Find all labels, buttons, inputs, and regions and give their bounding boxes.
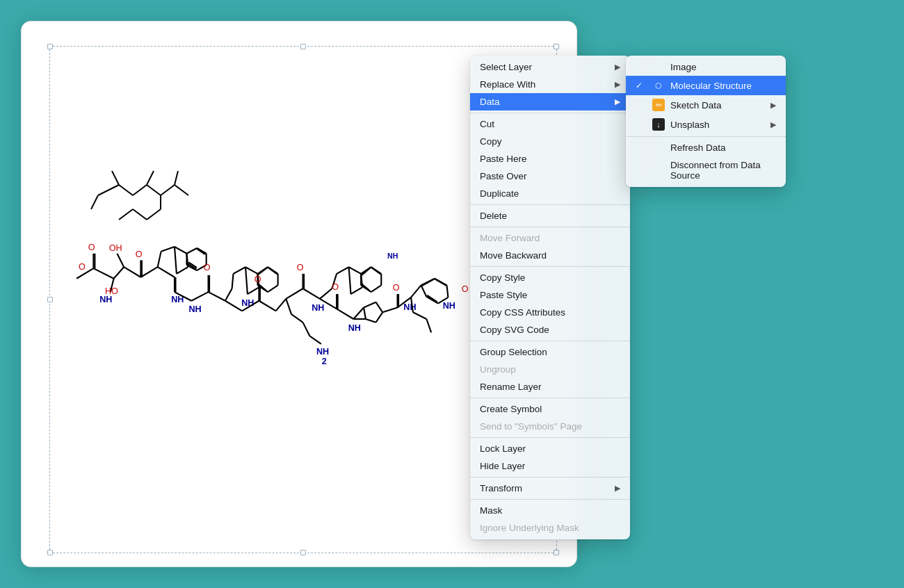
menu-item-label: Move Forward	[480, 233, 540, 243]
svg-line-56	[209, 292, 225, 301]
svg-text:O: O	[332, 282, 339, 292]
menu-item-label: Select Layer	[480, 62, 532, 72]
svg-line-59	[234, 267, 245, 274]
menu-item-paste-style[interactable]: Paste Style	[470, 286, 630, 304]
submenu-item-label: Molecular Structure	[670, 81, 776, 91]
menu-item-label: Send to "Symbols" Page	[480, 421, 582, 432]
menu-separator	[470, 227, 630, 227]
menu-item-ignore-mask: Ignore Underlying Mask	[470, 519, 630, 537]
svg-line-103	[371, 285, 382, 292]
menu-item-create-symbol[interactable]: Create Symbol	[470, 400, 630, 418]
svg-line-67	[268, 285, 278, 292]
menu-item-label: Copy CSS Attributes	[480, 307, 565, 318]
menu-item-hide-layer[interactable]: Hide Layer	[470, 457, 630, 475]
menu-item-group-selection[interactable]: Group Selection	[470, 343, 630, 361]
handle-tl[interactable]	[47, 44, 53, 49]
handle-br[interactable]	[554, 550, 559, 555]
menu-separator	[470, 341, 630, 341]
menu-item-select-layer[interactable]: Select Layer▶	[470, 58, 630, 76]
svg-text:NH: NH	[443, 301, 455, 311]
menu-item-label: Mask	[480, 505, 502, 516]
handle-ml[interactable]	[47, 297, 53, 302]
menu-item-delete[interactable]: Delete	[470, 207, 630, 224]
handle-tr[interactable]	[554, 44, 559, 49]
menu-item-copy-css[interactable]: Copy CSS Attributes	[470, 304, 630, 321]
svg-text:HO: HO	[105, 286, 118, 296]
submenu-item-refresh-data[interactable]: Refresh Data	[626, 139, 786, 156]
svg-line-113	[337, 309, 353, 319]
svg-line-134	[422, 279, 434, 286]
menu-item-label: Delete	[480, 211, 507, 221]
svg-line-132	[426, 297, 438, 304]
svg-line-80	[276, 299, 286, 311]
menu-item-copy[interactable]: Copy	[470, 133, 630, 150]
molecule-svg: O O OH NH HO	[56, 56, 529, 487]
menu-item-cut[interactable]: Cut	[470, 115, 630, 133]
submenu-item-image[interactable]: Image	[626, 58, 786, 76]
svg-line-71	[268, 268, 277, 275]
menu-item-move-backward[interactable]: Move Backward	[470, 247, 630, 264]
svg-line-34	[161, 247, 175, 252]
svg-line-9	[147, 171, 154, 185]
svg-line-121	[382, 307, 397, 312]
molecule-icon: ⬡	[652, 79, 665, 92]
submenu-item-sketch-data[interactable]: ✏Sketch Data▶	[626, 95, 786, 115]
svg-line-116	[376, 302, 382, 313]
menu-item-label: Transform	[480, 483, 522, 493]
svg-line-10	[91, 195, 98, 209]
svg-line-7	[119, 209, 133, 220]
menu-item-copy-svg[interactable]: Copy SVG Code	[470, 321, 630, 338]
menu-item-label: Move Backward	[480, 250, 547, 261]
menu-item-label: Copy SVG Code	[480, 325, 549, 335]
submenu-item-disconnect[interactable]: Disconnect from Data Source	[626, 156, 786, 184]
svg-line-30	[158, 267, 175, 277]
svg-line-38	[175, 247, 177, 274]
menu-item-copy-style[interactable]: Copy Style	[470, 269, 630, 286]
svg-line-127	[411, 285, 421, 297]
menu-item-move-forward: Move Forward	[470, 229, 630, 247]
submenu-item-label: Sketch Data	[670, 100, 765, 111]
svg-line-119	[364, 307, 366, 319]
svg-line-118	[366, 319, 376, 322]
menu-item-lock-layer[interactable]: Lock Layer	[470, 440, 630, 457]
svg-line-84	[309, 336, 321, 344]
submenu-item-unsplash[interactable]: ↓Unsplash▶	[626, 115, 786, 134]
menu-item-transform[interactable]: Transform▶	[470, 480, 630, 497]
menu-item-rename-layer[interactable]: Rename Layer	[470, 378, 630, 395]
svg-line-19	[114, 267, 124, 279]
svg-text:NH: NH	[188, 304, 201, 314]
menu-item-paste-here[interactable]: Paste Here	[470, 150, 630, 168]
svg-line-11	[161, 185, 175, 195]
handle-bc[interactable]	[300, 550, 306, 555]
unsplash-icon: ↓	[652, 118, 665, 131]
handle-bl[interactable]	[47, 550, 53, 555]
svg-line-115	[364, 302, 376, 308]
svg-line-104	[361, 285, 371, 292]
submenu-arrow-icon: ▶	[770, 120, 776, 129]
menu-item-paste-over[interactable]: Paste Over	[470, 168, 630, 185]
svg-line-107	[371, 268, 381, 275]
handle-tc[interactable]	[300, 44, 306, 49]
submenu-separator	[626, 136, 786, 137]
svg-text:O: O	[204, 263, 211, 272]
svg-line-2	[133, 185, 147, 195]
submenu-item-molecular-structure[interactable]: ✓⬡Molecular Structure	[626, 76, 786, 95]
svg-line-25	[117, 254, 124, 267]
menu-item-duplicate[interactable]: Duplicate	[470, 185, 630, 202]
menu-item-data[interactable]: Data▶	[470, 93, 630, 111]
submenu-item-label: Unsplash	[670, 120, 765, 130]
svg-line-140	[413, 312, 426, 319]
svg-line-91	[303, 288, 320, 299]
svg-line-114	[353, 307, 364, 319]
menu-item-label: Paste Style	[480, 290, 527, 300]
svg-line-12	[175, 171, 178, 185]
svg-line-6	[133, 209, 147, 220]
svg-line-20	[124, 267, 140, 277]
svg-line-5	[147, 209, 161, 220]
menu-item-mask[interactable]: Mask	[470, 502, 630, 519]
svg-line-83	[303, 322, 310, 336]
menu-item-replace-with[interactable]: Replace With▶	[470, 76, 630, 93]
submenu-item-label: Disconnect from Data Source	[670, 160, 776, 181]
menu-arrow-icon: ▶	[615, 97, 620, 106]
svg-line-57	[225, 288, 232, 300]
